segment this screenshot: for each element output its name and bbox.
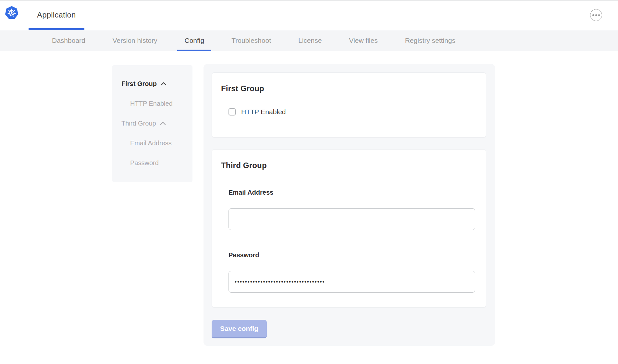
config-group-first: First Group HTTP Enabled: [212, 72, 486, 138]
sidebar-item-password[interactable]: Password: [112, 153, 192, 173]
http-enabled-label: HTTP Enabled: [241, 108, 286, 116]
sidebar-item-label: Password: [130, 159, 159, 167]
overflow-menu-button[interactable]: [590, 9, 602, 21]
group-title: Third Group: [221, 161, 486, 170]
chevron-up-icon: [160, 122, 166, 125]
app-header: Application: [0, 1, 618, 30]
sidebar-item-label: HTTP Enabled: [130, 100, 173, 107]
email-address-input[interactable]: [229, 208, 475, 230]
chevron-up-icon: [161, 82, 167, 86]
app-subnav: Dashboard Version history Config Trouble…: [0, 30, 618, 51]
kubernetes-logo-icon: [5, 5, 19, 19]
email-address-label: Email Address: [229, 189, 486, 196]
password-input[interactable]: [229, 271, 475, 293]
kubernetes-logo[interactable]: [5, 5, 19, 19]
sidebar-item-label: First Group: [121, 80, 157, 88]
tab-config[interactable]: Config: [171, 30, 218, 51]
config-sidebar: First Group HTTP Enabled Third Group Ema…: [112, 65, 192, 182]
sidebar-item-label: Third Group: [121, 120, 156, 127]
sidebar-item-first-group[interactable]: First Group: [112, 74, 192, 94]
ellipsis-icon: [592, 14, 594, 16]
application-tab-label: Application: [37, 10, 76, 19]
config-main-panel: First Group HTTP Enabled Third Group Ema…: [204, 64, 495, 346]
config-page: First Group HTTP Enabled Third Group Ema…: [0, 51, 618, 364]
tab-troubleshoot[interactable]: Troubleshoot: [218, 30, 285, 51]
group-title: First Group: [221, 84, 486, 93]
password-label: Password: [229, 251, 486, 259]
sidebar-item-third-group[interactable]: Third Group: [112, 114, 192, 133]
tab-view-files[interactable]: View files: [335, 30, 391, 51]
http-enabled-checkbox[interactable]: [229, 108, 236, 115]
sidebar-item-http-enabled[interactable]: HTTP Enabled: [112, 94, 192, 114]
http-enabled-row: HTTP Enabled: [229, 108, 486, 116]
tab-dashboard[interactable]: Dashboard: [38, 30, 99, 51]
tab-license[interactable]: License: [285, 30, 335, 51]
application-tab[interactable]: Application: [29, 1, 84, 30]
save-config-button[interactable]: Save config: [212, 320, 267, 338]
sidebar-item-email-address[interactable]: Email Address: [112, 133, 192, 153]
tab-registry-settings[interactable]: Registry settings: [391, 30, 469, 51]
config-group-third: Third Group Email Address Password: [212, 149, 486, 308]
email-address-field-group: Email Address Password: [229, 189, 486, 293]
sidebar-item-label: Email Address: [130, 140, 172, 147]
tab-version-history[interactable]: Version history: [99, 30, 171, 51]
